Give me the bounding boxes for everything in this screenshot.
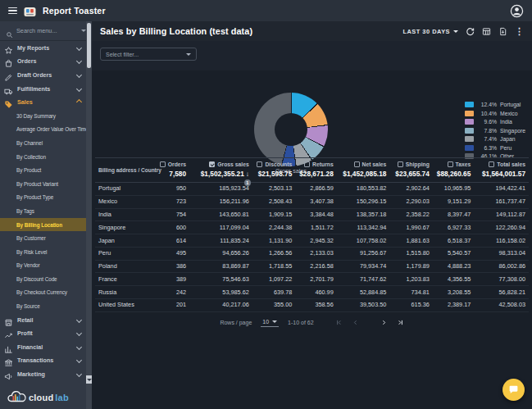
cell-total-sales: 161,737.47: [474, 195, 529, 208]
table-row[interactable]: Portugal 950 185,923.54 2,503.13 2,866.5…: [95, 183, 529, 196]
app-title: Report Toaster: [43, 6, 106, 16]
cell-country: Portugal: [95, 183, 157, 196]
search-menu-input[interactable]: Search menu...: [0, 21, 92, 41]
table-row[interactable]: France 389 75,546.63 1,097.22 2,701.79 7…: [95, 273, 529, 286]
rows-per-page-select[interactable]: 10: [261, 319, 279, 327]
column-header-taxes[interactable]: Taxes $88,260.65: [433, 158, 474, 183]
table-row[interactable]: Mexico 723 156,211.96 2,508.43 3,407.38 …: [95, 195, 529, 208]
sidebar-item[interactable]: 30 Day Summary: [0, 109, 86, 123]
table-row[interactable]: Peru 495 94,656.26 1,266.56 2,133.03 91,…: [95, 247, 529, 260]
table-row[interactable]: Poland 386 83,869.87 1,718.55 2,216.58 7…: [95, 260, 529, 273]
refresh-icon[interactable]: [466, 27, 475, 36]
next-page-button[interactable]: [380, 319, 388, 326]
sidebar-item[interactable]: By Vendor: [0, 259, 86, 273]
sidebar-item[interactable]: By Checkout Currency: [0, 286, 86, 300]
column-checkbox[interactable]: [448, 161, 453, 167]
donut-chart[interactable]: [254, 93, 328, 166]
table-row[interactable]: Japan 614 111,835.24 1,131.90 2,945.32 1…: [95, 234, 529, 248]
prev-page-button[interactable]: [352, 319, 359, 326]
last-page-button[interactable]: [397, 319, 404, 326]
table-row[interactable]: United States 201 40,217.06 355.00 358.5…: [95, 299, 529, 312]
export-icon[interactable]: [498, 27, 507, 36]
sidebar-item[interactable]: Sales: [0, 95, 86, 109]
column-checkbox[interactable]: [398, 161, 403, 167]
sidebar-item[interactable]: Financial: [0, 340, 86, 354]
cell-discounts: 1,097.22: [252, 273, 295, 286]
menu-icon[interactable]: [8, 7, 17, 15]
app-window: Report Toaster Search menu... My Reports: [0, 0, 532, 409]
cell-discounts: 639.78: [252, 286, 295, 299]
sidebar-item[interactable]: By Product Type: [0, 191, 86, 205]
sidebar-item[interactable]: Transactions: [0, 354, 86, 368]
legend-item[interactable]: 10.4% Mexico: [465, 111, 525, 117]
column-header-net-sales[interactable]: Net sales $1,452,085.18: [337, 158, 390, 183]
cell-discounts: 1,266.56: [252, 247, 295, 260]
legend-label: Peru: [500, 145, 512, 151]
sidebar-item-label: By Product Variant: [16, 181, 58, 187]
sidebar-item[interactable]: Profit: [0, 326, 86, 340]
legend-item[interactable]: 7.4% Japan: [465, 136, 525, 143]
sidebar-item[interactable]: By Product Variant: [0, 177, 86, 191]
legend-item[interactable]: 9.6% India: [465, 119, 525, 125]
table-row[interactable]: Singapore 600 117,099.04 2,244.38 1,511.…: [95, 221, 529, 234]
sidebar-item[interactable]: Orders: [0, 55, 86, 69]
table-row[interactable]: India 754 143,650.81 1,909.15 3,384.48 1…: [95, 208, 529, 221]
cell-total-sales: 42,508.03: [474, 299, 529, 312]
column-checkbox[interactable]: [354, 161, 360, 167]
column-total: $1,452,085.18: [343, 170, 386, 178]
legend-item[interactable]: 6.3% Peru: [465, 145, 525, 152]
cell-taxes: 10,965.95: [433, 183, 474, 196]
sidebar-item[interactable]: Draft Orders: [0, 68, 86, 82]
sidebar-item[interactable]: By Risk Level: [0, 245, 86, 259]
table-view-icon[interactable]: [482, 27, 491, 36]
column-header-shipping[interactable]: Shipping $23,655.74: [389, 158, 432, 183]
sort-desc-icon[interactable]: ↓: [246, 170, 249, 178]
sidebar-item[interactable]: Average Order Value Over Time: [0, 123, 86, 137]
column-header-gross-sales[interactable]: Gross sales $1,502,355.21↓ 1: [189, 158, 252, 183]
sidebar-item[interactable]: My Reports: [0, 41, 86, 55]
column-header-total-sales[interactable]: Total sales $1,564,001.57: [474, 158, 529, 183]
more-menu-icon[interactable]: ⋮: [515, 27, 524, 36]
column-header-discounts[interactable]: Discounts $21,598.75: [252, 158, 295, 183]
column-checkbox[interactable]: [257, 161, 262, 167]
column-checkbox[interactable]: [489, 161, 494, 167]
sidebar-item[interactable]: By Tags: [0, 204, 86, 218]
scrollbar-down-arrow-icon[interactable]: [86, 375, 92, 384]
cell-shipping: 1,203.83: [389, 273, 432, 286]
sidebar-nav: My Reports Orders Draft Orders Fulfillme…: [0, 41, 86, 384]
sidebar-scrollbar[interactable]: [86, 21, 92, 409]
column-header-returns[interactable]: Returns $28,671.28: [295, 158, 336, 183]
cell-orders: 600: [157, 221, 189, 234]
sidebar-item[interactable]: By Billing Location: [0, 218, 86, 232]
chat-button[interactable]: [502, 379, 525, 401]
cell-discounts: 2,244.38: [252, 221, 295, 234]
account-icon[interactable]: [510, 4, 524, 18]
filter-select[interactable]: Select filter...: [100, 48, 197, 61]
table-row[interactable]: Russia 242 53,985.62 639.78 460.99 52,88…: [95, 286, 529, 299]
column-checkbox-checked[interactable]: [209, 161, 215, 167]
sidebar-item-icon: [4, 329, 13, 338]
column-checkbox[interactable]: [160, 161, 166, 167]
sidebar-item[interactable]: By Source: [0, 299, 86, 313]
cell-country: Russia: [95, 286, 157, 299]
sidebar-item[interactable]: Fulfillments: [0, 82, 86, 96]
first-page-button[interactable]: [335, 319, 343, 326]
sidebar-item[interactable]: By Discount Code: [0, 272, 86, 286]
sidebar-item[interactable]: By Collection: [0, 150, 86, 164]
scrollbar-thumb[interactable]: [87, 23, 91, 68]
sidebar-item[interactable]: Retail: [0, 313, 86, 327]
date-range-selector[interactable]: LAST 30 DAYS: [403, 28, 458, 35]
sidebar-item-label: Transactions: [17, 357, 53, 364]
sidebar-item-label: By Product: [16, 167, 41, 173]
page-title: Sales by Billing Location (test data): [100, 26, 252, 36]
sidebar-item[interactable]: By Channel: [0, 136, 86, 150]
column-header-orders[interactable]: Orders 7,580: [157, 158, 189, 183]
sidebar-item[interactable]: By Product: [0, 163, 86, 177]
sidebar-item[interactable]: Marketing: [0, 367, 86, 381]
legend-item[interactable]: 12.4% Portugal: [465, 102, 525, 108]
sidebar-item[interactable]: By Customer: [0, 231, 86, 245]
column-checkbox[interactable]: [304, 161, 310, 167]
column-header-country[interactable]: Billing address / Country: [95, 158, 157, 183]
legend-item[interactable]: 7.8% Singapore: [465, 128, 525, 134]
cell-shipping: 1,990.67: [389, 221, 432, 234]
